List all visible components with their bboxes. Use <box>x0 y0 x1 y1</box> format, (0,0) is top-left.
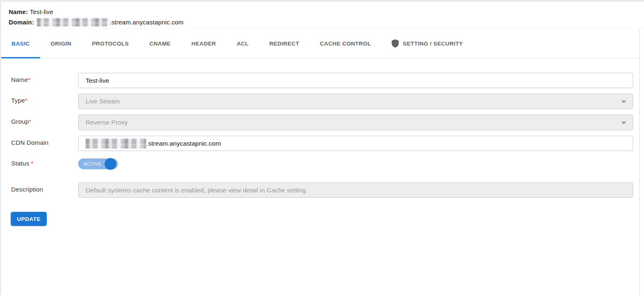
chevron-down-icon <box>621 101 626 103</box>
tab-protocols[interactable]: PROTOCOLS <box>81 29 139 58</box>
status-toggle-thumb[interactable] <box>105 158 116 170</box>
tab-origin[interactable]: ORIGIN <box>40 29 81 58</box>
resource-domain-line: Domain: .stream.anycastapnic.com <box>9 18 184 27</box>
group-select[interactable]: Reverse Proxy <box>78 115 633 130</box>
group-required-marker: * <box>29 118 31 125</box>
resource-name-line: Name: Test-live <box>9 8 53 15</box>
tab-cache-control[interactable]: CACHE CONTROL <box>309 29 381 58</box>
tab-setting-security-label: SETTING / SECURITY <box>403 41 463 47</box>
cdn-domain-input[interactable]: .stream.anycastapnic.com <box>78 136 633 151</box>
description-input[interactable] <box>78 182 633 198</box>
status-toggle-label: ACTIVE <box>84 161 101 166</box>
type-field-label: Type* <box>11 97 27 104</box>
cdn-domain-field-label: CDN Domain <box>11 139 48 146</box>
status-toggle[interactable]: ACTIVE <box>78 158 118 169</box>
chevron-down-icon <box>621 122 626 124</box>
type-select[interactable]: Live Stream <box>78 94 633 109</box>
tab-basic-label: BASIC <box>12 41 30 47</box>
shield-icon <box>392 39 399 48</box>
tab-acl-label: ACL <box>237 41 249 47</box>
type-field-label-text: Type <box>11 97 25 104</box>
name-field-label: Name* <box>11 76 31 83</box>
redacted-domain-block <box>37 18 110 26</box>
tab-acl[interactable]: ACL <box>226 29 259 58</box>
resource-domain-suffix: .stream.anycastapnic.com <box>110 19 184 26</box>
tab-cname[interactable]: CNAME <box>139 29 181 58</box>
config-tabbar: BASIC ORIGIN PROTOCOLS CNAME HEADER ACL … <box>1 29 639 58</box>
tab-redirect[interactable]: REDIRECT <box>259 29 309 58</box>
group-field-label-text: Group <box>11 118 29 125</box>
tab-setting-security[interactable]: SETTING / SECURITY <box>381 29 473 58</box>
name-field-label-text: Name <box>11 76 28 83</box>
group-select-value: Reverse Proxy <box>86 119 128 126</box>
tab-origin-label: ORIGIN <box>50 41 71 47</box>
description-field-label-text: Description <box>11 186 43 193</box>
resource-name-value: Test-live <box>30 8 53 15</box>
resource-name-label: Name: <box>9 8 28 15</box>
tab-protocols-label: PROTOCOLS <box>92 41 129 47</box>
redacted-cdn-domain-block <box>86 139 146 149</box>
cdn-resource-config-page: Name: Test-live Domain: .stream.anycasta… <box>0 0 644 295</box>
type-select-value: Live Stream <box>86 98 120 105</box>
tab-header-label: HEADER <box>192 41 216 47</box>
resource-summary-header: Name: Test-live Domain: .stream.anycasta… <box>1 2 639 29</box>
tab-cache-control-label: CACHE CONTROL <box>320 41 371 47</box>
type-required-marker: * <box>25 97 27 104</box>
tab-basic[interactable]: BASIC <box>1 29 40 58</box>
description-field-label: Description <box>11 186 43 193</box>
card-right-border <box>639 29 640 295</box>
status-field-label-text: Status <box>11 160 29 167</box>
cdn-domain-field-label-text: CDN Domain <box>11 139 48 146</box>
name-required-marker: * <box>28 76 31 83</box>
name-input[interactable] <box>78 73 633 88</box>
update-button[interactable]: UPDATE <box>11 212 47 226</box>
cdn-domain-suffix: .stream.anycastapnic.com <box>146 140 221 147</box>
tab-redirect-label: REDIRECT <box>269 41 299 47</box>
status-field-label: Status* <box>11 160 34 167</box>
resource-domain-label: Domain: <box>9 19 34 26</box>
tab-header[interactable]: HEADER <box>181 29 226 58</box>
group-field-label: Group* <box>11 118 31 125</box>
status-required-marker: * <box>31 160 34 167</box>
tab-cname-label: CNAME <box>149 41 171 47</box>
